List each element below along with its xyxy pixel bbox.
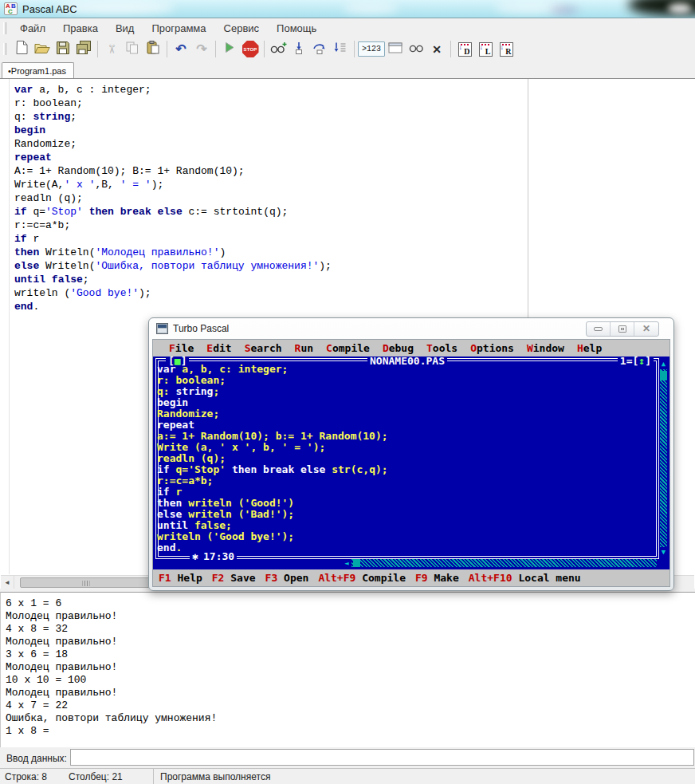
paste-button[interactable] — [143, 39, 163, 60]
tp-menu-run[interactable]: Run — [289, 342, 320, 354]
tp-status-f9[interactable]: F9 Make — [415, 572, 459, 584]
undo-button[interactable]: ↶ — [171, 39, 191, 60]
tab-program1[interactable]: •Program1.pas — [2, 62, 74, 78]
tp-menu-compile[interactable]: Compile — [320, 342, 376, 354]
tp-editor-screen[interactable]: [■] NONAME00.PAS 1=[↕] ✱ 17:30 var a, b,… — [153, 357, 669, 569]
code-line: Write (a, ' x ', b, ' = '); — [157, 442, 388, 453]
clipboard-icon — [147, 41, 159, 57]
pascal-abc-window: ABC Pascal ABC ФайлПравкаВидПрограммаСер… — [0, 0, 695, 784]
cut-button[interactable]: ✂ — [101, 39, 122, 60]
module-l-icon: ↓L — [479, 42, 493, 57]
copy-button[interactable] — [122, 39, 143, 60]
code-line: r: boolean; — [14, 97, 332, 110]
scroll-left-arrow-icon[interactable]: ◄ — [1, 576, 14, 589]
tab-bar: •Program1.pas — [0, 61, 695, 78]
menu-bar-wrap: ФайлПравкаВидПрограммаСервисПомощь — [0, 19, 695, 37]
status-line-number: Строка: 8 — [5, 771, 69, 782]
code-line: A:= 1+ Random(10); B:= 1+ Random(10); — [14, 164, 332, 178]
tp-scroll-down-icon[interactable]: ▼ — [659, 548, 668, 557]
tp-menu-search[interactable]: Search — [238, 342, 289, 354]
tp-status-alt+f10[interactable]: Alt+F10 Local menu — [469, 572, 581, 584]
code-line: r: boolean; — [157, 375, 388, 386]
data-entry-input[interactable] — [70, 749, 694, 766]
tp-status-f3[interactable]: F3 Open — [265, 572, 309, 584]
tp-hscroll-thumb[interactable] — [353, 559, 360, 567]
tp-scroll-left-icon[interactable]: ◄ — [342, 559, 351, 567]
tp-menu-file[interactable]: File — [163, 342, 200, 354]
menubar-grip[interactable] — [3, 22, 6, 34]
menu-item-Вид[interactable]: Вид — [107, 21, 143, 36]
tp-client-area: FileEditSearchRunCompileDebugToolsOption… — [152, 339, 670, 587]
clear-button[interactable]: ✕ — [426, 39, 447, 60]
title-bar: ABC Pascal ABC — [0, 0, 695, 18]
toolbar-separator — [354, 41, 355, 57]
hscroll-thumb[interactable] — [20, 577, 152, 588]
module-r-button[interactable]: ↓R — [496, 39, 516, 60]
tp-hscroll-track[interactable] — [351, 559, 657, 567]
output-line: Молодец правильно! — [6, 636, 695, 648]
menu-item-Правка[interactable]: Правка — [54, 21, 107, 36]
tp-close-button[interactable]: ✕ — [634, 322, 658, 336]
int-format-button[interactable]: >123 — [358, 39, 385, 60]
tp-window-number-zoom[interactable]: 1=[↕] — [618, 357, 654, 367]
new-file-button[interactable] — [11, 39, 32, 60]
tp-vscrollbar[interactable]: ▲ ▼ — [660, 360, 667, 557]
tp-menu-help[interactable]: Help — [571, 342, 608, 354]
output-line: Молодец правильно! — [6, 610, 695, 623]
tp-maximize-button[interactable] — [611, 322, 634, 336]
menu-item-Программа[interactable]: Программа — [143, 21, 214, 36]
toolbar: ✂ ↶ ↷ STOP >123 ✕ ↓D ↓L ↓R — [0, 37, 695, 61]
open-file-button[interactable] — [32, 39, 53, 60]
menu-item-Сервис[interactable]: Сервис — [215, 21, 269, 36]
code-line: then Writeln('Молодец правильно!') — [14, 246, 332, 259]
run-to-cursor-button[interactable] — [330, 39, 351, 60]
code-line: writeln ('Good bye!'); — [14, 286, 332, 300]
code-line: if q='Stop' then break else str(c,q); — [157, 464, 388, 475]
redo-button[interactable]: ↷ — [191, 39, 212, 60]
output-line: 1 x 8 = — [6, 725, 695, 738]
save-file-button[interactable] — [53, 39, 73, 60]
save-all-button[interactable] — [73, 39, 94, 60]
input-bar: Ввод данных: — [0, 747, 695, 768]
add-watch-button[interactable] — [268, 39, 289, 60]
input-label: Ввод данных: — [6, 753, 67, 764]
scroll-grip-icon — [83, 581, 90, 586]
tp-window-controls: ✕ — [586, 321, 659, 337]
tp-menu-options[interactable]: Options — [464, 342, 520, 354]
tp-menu-edit[interactable]: Edit — [200, 342, 238, 354]
module-d-button[interactable]: ↓D — [454, 39, 475, 60]
status-program-state: Программа выполняется — [160, 771, 270, 782]
tp-minimize-button[interactable] — [587, 322, 611, 336]
menu-item-Помощь[interactable]: Помощь — [268, 21, 325, 36]
tp-menu-window[interactable]: Window — [520, 342, 571, 354]
code-line: Randomize; — [157, 408, 388, 420]
run-button[interactable] — [219, 39, 240, 60]
tp-vscroll-thumb[interactable] — [660, 371, 667, 380]
tp-hscrollbar[interactable]: ◄ — [342, 559, 657, 567]
tp-status-f2[interactable]: F2 Save — [212, 572, 256, 584]
step-over-button[interactable] — [309, 39, 330, 60]
code-line: var a, b, c : integer; — [14, 83, 332, 97]
stop-button[interactable]: STOP — [240, 39, 261, 60]
code-line: end. — [14, 300, 332, 313]
toolbar-grip[interactable] — [3, 43, 6, 55]
window-title: Pascal ABC — [22, 3, 77, 15]
menu-item-Файл[interactable]: Файл — [11, 21, 54, 36]
step-into-button[interactable] — [289, 39, 309, 60]
watch-window-button[interactable] — [406, 39, 426, 60]
gutter-line — [9, 79, 10, 574]
tp-status-alt+f9[interactable]: Alt+F9 Compile — [318, 572, 406, 584]
tp-status-f1[interactable]: F1 Help — [159, 572, 202, 584]
module-l-button[interactable]: ↓L — [475, 39, 496, 60]
tp-menu-bar: FileEditSearchRunCompileDebugToolsOption… — [153, 340, 669, 357]
code-line: readln (q); — [157, 453, 388, 464]
tp-scroll-up-icon[interactable]: ▲ — [659, 360, 668, 368]
console-window-button[interactable] — [385, 39, 406, 60]
tp-menu-tools[interactable]: Tools — [420, 342, 464, 354]
tp-menu-debug[interactable]: Debug — [376, 342, 420, 354]
titlebar-glare — [494, 2, 566, 14]
code-line: r:=c=a*b; — [157, 475, 388, 487]
titlebar-glare — [550, 6, 579, 14]
turbo-pascal-app-icon — [156, 323, 168, 334]
tp-vscroll-track[interactable] — [660, 369, 667, 547]
